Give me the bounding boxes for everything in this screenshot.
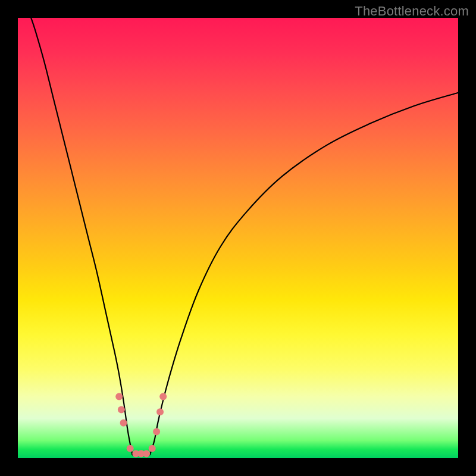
highlight-marker	[153, 428, 160, 436]
series-group	[31, 18, 458, 456]
watermark-text: TheBottleneck.com	[355, 4, 469, 19]
highlight-marker	[149, 445, 156, 452]
right-branch-curve	[150, 93, 458, 455]
highlight-marker	[127, 445, 134, 452]
highlight-marker	[120, 419, 127, 427]
highlight-marker	[159, 393, 167, 400]
highlight-marker	[143, 450, 150, 458]
highlight-marker	[156, 408, 164, 415]
highlight-marker	[115, 393, 123, 400]
highlight-marker	[118, 406, 125, 414]
left-branch-curve	[31, 18, 132, 455]
chart-svg	[0, 0, 476, 476]
